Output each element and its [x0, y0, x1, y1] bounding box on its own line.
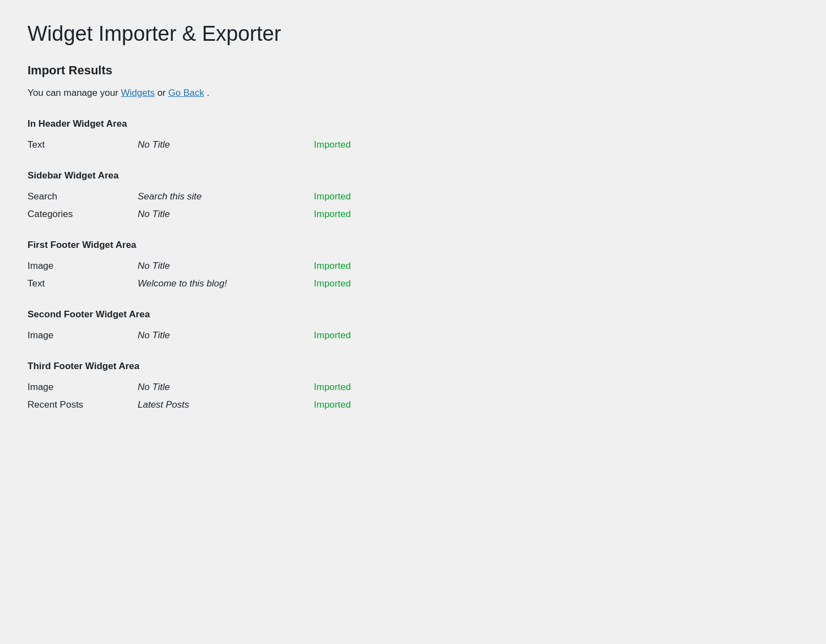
widget-area-title-0: In Header Widget Area [28, 118, 798, 129]
widget-row-4-0: ImageNo TitleImported [28, 378, 798, 396]
widget-status-0-0: Imported [314, 139, 351, 150]
widget-type-4-1: Recent Posts [28, 399, 138, 410]
widget-status-4-0: Imported [314, 382, 351, 393]
intro-paragraph: You can manage your Widgets or Go Back . [28, 88, 798, 99]
widget-type-1-0: Search [28, 191, 138, 202]
intro-suffix: . [206, 88, 209, 98]
widget-area-title-3: Second Footer Widget Area [28, 309, 798, 320]
go-back-link[interactable]: Go Back [169, 88, 204, 98]
widget-area-3: Second Footer Widget AreaImageNo TitleIm… [28, 309, 798, 344]
widget-area-title-4: Third Footer Widget Area [28, 361, 798, 372]
widget-area-title-1: Sidebar Widget Area [28, 170, 798, 181]
widget-type-1-1: Categories [28, 209, 138, 220]
page-title: Widget Importer & Exporter [28, 22, 798, 46]
widget-title-3-0: No Title [138, 330, 314, 341]
widget-areas-container: In Header Widget AreaTextNo TitleImporte… [28, 118, 798, 414]
intro-prefix: You can manage your [28, 88, 121, 98]
widget-status-4-1: Imported [314, 399, 351, 410]
widget-title-4-0: No Title [138, 382, 314, 393]
widget-row-1-0: SearchSearch this siteImported [28, 188, 798, 205]
widget-row-1-1: CategoriesNo TitleImported [28, 205, 798, 223]
widgets-link[interactable]: Widgets [121, 88, 155, 98]
widget-status-2-1: Imported [314, 278, 351, 289]
widget-title-0-0: No Title [138, 139, 314, 150]
intro-middle: or [157, 88, 169, 98]
widget-row-2-0: ImageNo TitleImported [28, 257, 798, 275]
widget-area-title-2: First Footer Widget Area [28, 240, 798, 251]
widget-type-2-1: Text [28, 278, 138, 289]
widget-area-4: Third Footer Widget AreaImageNo TitleImp… [28, 361, 798, 414]
widget-status-1-1: Imported [314, 209, 351, 220]
widget-area-0: In Header Widget AreaTextNo TitleImporte… [28, 118, 798, 154]
widget-type-0-0: Text [28, 139, 138, 150]
widget-title-2-1: Welcome to this blog! [138, 278, 314, 289]
widget-status-3-0: Imported [314, 330, 351, 341]
widget-type-3-0: Image [28, 330, 138, 341]
widget-row-3-0: ImageNo TitleImported [28, 327, 798, 344]
widget-type-4-0: Image [28, 382, 138, 393]
widget-status-2-0: Imported [314, 261, 351, 272]
import-results-heading: Import Results [28, 63, 798, 78]
widget-row-0-0: TextNo TitleImported [28, 136, 798, 154]
widget-type-2-0: Image [28, 261, 138, 272]
widget-row-2-1: TextWelcome to this blog!Imported [28, 275, 798, 293]
widget-title-2-0: No Title [138, 261, 314, 272]
widget-area-2: First Footer Widget AreaImageNo TitleImp… [28, 240, 798, 293]
widget-title-1-0: Search this site [138, 191, 314, 202]
widget-area-1: Sidebar Widget AreaSearchSearch this sit… [28, 170, 798, 223]
widget-title-4-1: Latest Posts [138, 399, 314, 410]
widget-title-1-1: No Title [138, 209, 314, 220]
widget-row-4-1: Recent PostsLatest PostsImported [28, 396, 798, 414]
widget-status-1-0: Imported [314, 191, 351, 202]
